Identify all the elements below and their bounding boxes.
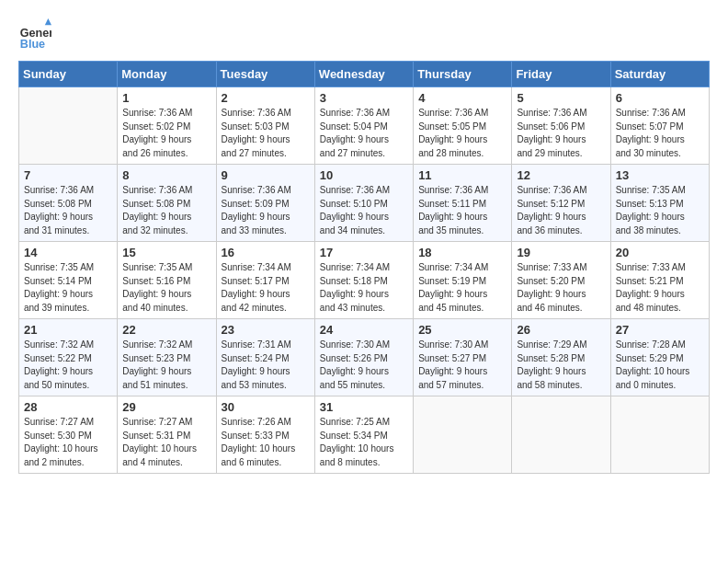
- weekday-header-friday: Friday: [512, 62, 610, 87]
- day-info: Sunrise: 7:35 AM Sunset: 5:14 PM Dayligh…: [24, 261, 112, 315]
- calendar-cell: 4Sunrise: 7:36 AM Sunset: 5:05 PM Daylig…: [414, 87, 512, 165]
- day-number: 29: [122, 400, 210, 414]
- day-number: 15: [122, 246, 210, 259]
- day-number: 3: [320, 91, 408, 105]
- calendar-cell: 2Sunrise: 7:36 AM Sunset: 5:03 PM Daylig…: [216, 87, 314, 165]
- weekday-header-monday: Monday: [118, 62, 216, 87]
- day-number: 16: [222, 246, 310, 259]
- day-number: 13: [616, 168, 704, 182]
- calendar-cell: 13Sunrise: 7:35 AM Sunset: 5:13 PM Dayli…: [610, 165, 709, 242]
- day-info: Sunrise: 7:35 AM Sunset: 5:13 PM Dayligh…: [616, 184, 704, 237]
- calendar-cell: 16Sunrise: 7:34 AM Sunset: 5:17 PM Dayli…: [216, 242, 314, 319]
- weekday-header-row: SundayMondayTuesdayWednesdayThursdayFrid…: [19, 62, 710, 87]
- calendar-cell: 5Sunrise: 7:36 AM Sunset: 5:06 PM Daylig…: [512, 87, 610, 165]
- day-info: Sunrise: 7:26 AM Sunset: 5:33 PM Dayligh…: [222, 416, 310, 469]
- day-info: Sunrise: 7:36 AM Sunset: 5:03 PM Dayligh…: [222, 107, 310, 160]
- calendar-cell: 7Sunrise: 7:36 AM Sunset: 5:08 PM Daylig…: [19, 165, 118, 242]
- calendar-cell: 1Sunrise: 7:36 AM Sunset: 5:02 PM Daylig…: [118, 87, 216, 165]
- svg-marker-2: [45, 18, 51, 25]
- day-info: Sunrise: 7:36 AM Sunset: 5:11 PM Dayligh…: [418, 184, 506, 237]
- day-info: Sunrise: 7:31 AM Sunset: 5:24 PM Dayligh…: [222, 339, 310, 392]
- week-row-2: 7Sunrise: 7:36 AM Sunset: 5:08 PM Daylig…: [19, 165, 710, 242]
- week-row-1: 1Sunrise: 7:36 AM Sunset: 5:02 PM Daylig…: [19, 87, 710, 165]
- day-number: 5: [517, 91, 605, 105]
- day-number: 6: [616, 91, 704, 105]
- day-info: Sunrise: 7:30 AM Sunset: 5:26 PM Dayligh…: [320, 339, 408, 392]
- calendar-cell: 9Sunrise: 7:36 AM Sunset: 5:09 PM Daylig…: [216, 165, 314, 242]
- day-number: 21: [24, 323, 112, 337]
- day-number: 12: [517, 168, 605, 182]
- day-info: Sunrise: 7:32 AM Sunset: 5:22 PM Dayligh…: [24, 339, 112, 392]
- calendar-cell: 15Sunrise: 7:35 AM Sunset: 5:16 PM Dayli…: [118, 242, 216, 319]
- calendar-cell: 23Sunrise: 7:31 AM Sunset: 5:24 PM Dayli…: [216, 319, 314, 396]
- day-info: Sunrise: 7:34 AM Sunset: 5:17 PM Dayligh…: [222, 261, 310, 315]
- calendar-cell: 6Sunrise: 7:36 AM Sunset: 5:07 PM Daylig…: [610, 87, 709, 165]
- calendar-cell: 10Sunrise: 7:36 AM Sunset: 5:10 PM Dayli…: [314, 165, 413, 242]
- day-number: 2: [222, 91, 310, 105]
- calendar-cell: [414, 396, 512, 474]
- day-info: Sunrise: 7:27 AM Sunset: 5:30 PM Dayligh…: [24, 416, 112, 469]
- calendar-cell: [512, 396, 610, 474]
- calendar-cell: 29Sunrise: 7:27 AM Sunset: 5:31 PM Dayli…: [118, 396, 216, 474]
- day-number: 25: [418, 323, 506, 337]
- day-number: 24: [320, 323, 408, 337]
- page-header: General Blue: [18, 18, 710, 52]
- calendar-cell: 22Sunrise: 7:32 AM Sunset: 5:23 PM Dayli…: [118, 319, 216, 396]
- day-info: Sunrise: 7:29 AM Sunset: 5:28 PM Dayligh…: [517, 339, 605, 392]
- calendar-cell: 14Sunrise: 7:35 AM Sunset: 5:14 PM Dayli…: [19, 242, 118, 319]
- calendar-body: 1Sunrise: 7:36 AM Sunset: 5:02 PM Daylig…: [19, 87, 710, 474]
- calendar-cell: 27Sunrise: 7:28 AM Sunset: 5:29 PM Dayli…: [610, 319, 709, 396]
- day-info: Sunrise: 7:27 AM Sunset: 5:31 PM Dayligh…: [122, 416, 210, 469]
- calendar-cell: 19Sunrise: 7:33 AM Sunset: 5:20 PM Dayli…: [512, 242, 610, 319]
- calendar-cell: 8Sunrise: 7:36 AM Sunset: 5:08 PM Daylig…: [118, 165, 216, 242]
- calendar-table: SundayMondayTuesdayWednesdayThursdayFrid…: [18, 61, 710, 474]
- day-number: 31: [320, 400, 408, 414]
- calendar-cell: [19, 87, 118, 165]
- day-info: Sunrise: 7:36 AM Sunset: 5:07 PM Dayligh…: [616, 107, 704, 160]
- weekday-header-sunday: Sunday: [19, 62, 118, 87]
- week-row-3: 14Sunrise: 7:35 AM Sunset: 5:14 PM Dayli…: [19, 242, 710, 319]
- day-info: Sunrise: 7:36 AM Sunset: 5:12 PM Dayligh…: [517, 184, 605, 237]
- day-number: 4: [418, 91, 506, 105]
- day-info: Sunrise: 7:36 AM Sunset: 5:08 PM Dayligh…: [122, 184, 210, 237]
- day-info: Sunrise: 7:25 AM Sunset: 5:34 PM Dayligh…: [320, 416, 408, 469]
- calendar-cell: 31Sunrise: 7:25 AM Sunset: 5:34 PM Dayli…: [314, 396, 413, 474]
- weekday-header-wednesday: Wednesday: [314, 62, 413, 87]
- day-info: Sunrise: 7:36 AM Sunset: 5:10 PM Dayligh…: [320, 184, 408, 237]
- day-info: Sunrise: 7:32 AM Sunset: 5:23 PM Dayligh…: [122, 339, 210, 392]
- day-info: Sunrise: 7:36 AM Sunset: 5:02 PM Dayligh…: [122, 107, 210, 160]
- day-number: 18: [418, 246, 506, 259]
- day-number: 11: [418, 168, 506, 182]
- day-info: Sunrise: 7:36 AM Sunset: 5:04 PM Dayligh…: [320, 107, 408, 160]
- day-number: 22: [122, 323, 210, 337]
- week-row-4: 21Sunrise: 7:32 AM Sunset: 5:22 PM Dayli…: [19, 319, 710, 396]
- logo-icon: General Blue: [18, 18, 51, 52]
- weekday-header-thursday: Thursday: [414, 62, 512, 87]
- day-number: 17: [320, 246, 408, 259]
- calendar-cell: 30Sunrise: 7:26 AM Sunset: 5:33 PM Dayli…: [216, 396, 314, 474]
- day-number: 30: [222, 400, 310, 414]
- weekday-header-tuesday: Tuesday: [216, 62, 314, 87]
- day-number: 14: [24, 246, 112, 259]
- day-number: 28: [24, 400, 112, 414]
- calendar-cell: 11Sunrise: 7:36 AM Sunset: 5:11 PM Dayli…: [414, 165, 512, 242]
- day-number: 19: [517, 246, 605, 259]
- day-info: Sunrise: 7:33 AM Sunset: 5:21 PM Dayligh…: [616, 261, 704, 315]
- week-row-5: 28Sunrise: 7:27 AM Sunset: 5:30 PM Dayli…: [19, 396, 710, 474]
- day-number: 10: [320, 168, 408, 182]
- calendar-cell: 24Sunrise: 7:30 AM Sunset: 5:26 PM Dayli…: [314, 319, 413, 396]
- day-number: 23: [222, 323, 310, 337]
- logo: General Blue: [18, 18, 55, 52]
- day-info: Sunrise: 7:34 AM Sunset: 5:18 PM Dayligh…: [320, 261, 408, 315]
- day-info: Sunrise: 7:34 AM Sunset: 5:19 PM Dayligh…: [418, 261, 506, 315]
- calendar-cell: 28Sunrise: 7:27 AM Sunset: 5:30 PM Dayli…: [19, 396, 118, 474]
- day-info: Sunrise: 7:36 AM Sunset: 5:08 PM Dayligh…: [24, 184, 112, 237]
- svg-text:Blue: Blue: [20, 38, 45, 51]
- calendar-cell: 21Sunrise: 7:32 AM Sunset: 5:22 PM Dayli…: [19, 319, 118, 396]
- calendar-cell: 12Sunrise: 7:36 AM Sunset: 5:12 PM Dayli…: [512, 165, 610, 242]
- day-info: Sunrise: 7:36 AM Sunset: 5:05 PM Dayligh…: [418, 107, 506, 160]
- calendar-cell: 26Sunrise: 7:29 AM Sunset: 5:28 PM Dayli…: [512, 319, 610, 396]
- day-info: Sunrise: 7:30 AM Sunset: 5:27 PM Dayligh…: [418, 339, 506, 392]
- day-info: Sunrise: 7:33 AM Sunset: 5:20 PM Dayligh…: [517, 261, 605, 315]
- day-number: 1: [122, 91, 210, 105]
